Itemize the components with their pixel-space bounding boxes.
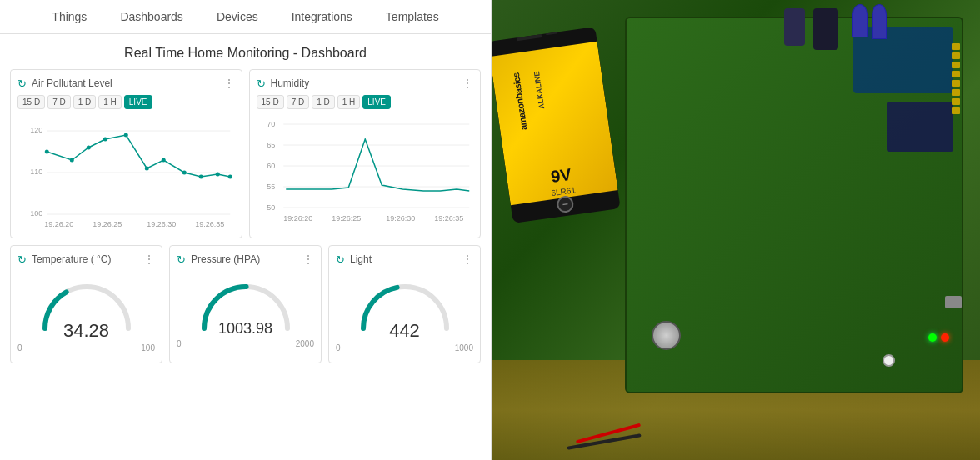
light-refresh-icon: ↻ <box>336 253 345 266</box>
air-pollutant-card: ↻ Air Pollutant Level ⋮ 15 D 7 D 1 D 1 H… <box>10 69 242 238</box>
hy-label-70: 70 <box>267 120 275 128</box>
pressure-title: Pressure (HPA) <box>191 253 260 265</box>
dp11 <box>228 175 232 179</box>
air-btn-7d[interactable]: 7 D <box>48 95 71 109</box>
top-nav: Things Dashboards Devices Integrations T… <box>0 0 491 34</box>
pressure-max: 2000 <box>296 339 314 348</box>
refresh-icon: ↻ <box>18 78 27 90</box>
temp-min: 0 <box>18 343 22 352</box>
light-max: 1000 <box>455 343 473 352</box>
pin-3 <box>952 62 960 68</box>
nav-dashboards[interactable]: Dashboards <box>117 8 187 25</box>
battery-label: amazonbasics ALKALINE 9V 6LR61 <box>492 41 618 205</box>
reset-button <box>882 354 895 367</box>
hy-label-50: 50 <box>267 203 275 212</box>
battery-brand-area: amazonbasics ALKALINE <box>499 49 590 62</box>
x-label-4: 19:26:35 <box>195 220 224 228</box>
cap-2 <box>872 4 887 39</box>
pin-5 <box>952 80 960 87</box>
nav-integrations[interactable]: Integrations <box>288 8 356 25</box>
humidity-title: Humidity <box>271 78 310 89</box>
gauges-row: ↻ Temperature ( °C) ⋮ 34.28 0 100 <box>0 245 491 363</box>
pressure-value: 1003.98 <box>218 320 272 338</box>
sensor-2 <box>784 8 805 46</box>
light-min: 0 <box>336 343 341 352</box>
air-btn-1h[interactable]: 1 H <box>98 95 122 109</box>
led-red <box>941 333 949 342</box>
nav-templates[interactable]: Templates <box>382 8 442 25</box>
pressure-refresh-icon: ↻ <box>177 253 186 266</box>
dp7 <box>162 158 166 162</box>
hy-label-65: 65 <box>267 141 275 149</box>
pin-2 <box>952 52 960 59</box>
pin-6 <box>952 89 960 96</box>
hum-btn-live[interactable]: LIVE <box>362 95 391 109</box>
dp9 <box>199 175 203 179</box>
temperature-value: 34.28 <box>63 320 109 342</box>
dp6 <box>145 167 149 171</box>
pressure-range: 0 2000 <box>177 339 314 348</box>
battery-minus-sign: − <box>562 198 569 211</box>
coin-cell <box>652 321 681 350</box>
humidity-menu[interactable]: ⋮ <box>462 77 473 90</box>
y-label-110: 110 <box>30 168 42 176</box>
light-gauge: 442 0 1000 <box>336 271 473 356</box>
battery-bottom-terminal: − <box>556 195 575 214</box>
led-green <box>928 333 937 342</box>
dp2 <box>70 158 74 162</box>
pin-4 <box>952 71 960 78</box>
x-label-1: 19:26:20 <box>44 220 73 228</box>
humidity-time-filters: 15 D 7 D 1 D 1 H LIVE <box>257 95 474 109</box>
pin-7 <box>952 98 960 105</box>
humidity-svg: 70 65 60 55 50 19:26:20 19:26:25 <box>257 114 474 231</box>
usb-port <box>945 296 962 308</box>
circuit-board <box>625 17 963 393</box>
y-label-120: 120 <box>30 126 42 134</box>
temperature-card: ↻ Temperature ( °C) ⋮ 34.28 0 100 <box>10 245 162 363</box>
humidity-card: ↻ Humidity ⋮ 15 D 7 D 1 D 1 H LIVE 70 65… <box>249 69 482 238</box>
hx-label-2: 19:26:25 <box>332 214 361 222</box>
hum-btn-1d[interactable]: 1 D <box>312 95 335 109</box>
hy-label-55: 55 <box>267 182 275 191</box>
pin-headers <box>952 43 962 143</box>
hx-label-3: 19:26:30 <box>386 214 415 222</box>
pressure-gauge: 1003.98 0 2000 <box>177 271 314 352</box>
light-menu[interactable]: ⋮ <box>462 252 473 266</box>
nav-things[interactable]: Things <box>48 8 90 25</box>
pressure-menu[interactable]: ⋮ <box>302 252 314 266</box>
pin-8 <box>952 108 960 114</box>
air-pollutant-title: Air Pollutant Level <box>32 78 112 89</box>
light-value: 442 <box>389 320 420 342</box>
hum-btn-15d[interactable]: 15 D <box>257 95 284 109</box>
battery-terminal-pos <box>516 28 542 41</box>
air-btn-live[interactable]: LIVE <box>124 95 152 109</box>
air-pollutant-chart: 120 110 100 <box>18 114 235 231</box>
temp-max: 100 <box>141 343 155 352</box>
light-header: ↻ Light ⋮ <box>336 252 473 266</box>
pin-1 <box>952 43 960 50</box>
nav-devices[interactable]: Devices <box>213 8 262 25</box>
hum-btn-1h[interactable]: 1 H <box>338 95 361 109</box>
battery-terminal-neg <box>545 28 558 35</box>
page-title: Real Time Home Monitoring - Dashboard <box>0 34 491 69</box>
temperature-menu[interactable]: ⋮ <box>143 252 155 266</box>
x-label-3: 19:26:30 <box>147 220 176 228</box>
humidity-header: ↻ Humidity ⋮ <box>257 77 474 90</box>
hum-btn-7d[interactable]: 7 D <box>287 95 310 109</box>
charts-row: ↻ Air Pollutant Level ⋮ 15 D 7 D 1 D 1 H… <box>0 69 491 238</box>
dp5 <box>124 133 128 138</box>
air-btn-15d[interactable]: 15 D <box>18 95 45 109</box>
hy-label-60: 60 <box>267 162 275 170</box>
chip-1 <box>853 27 953 93</box>
temperature-gauge: 34.28 0 100 <box>18 271 155 356</box>
air-pollutant-menu[interactable]: ⋮ <box>223 77 235 90</box>
air-pollutant-svg: 120 110 100 <box>18 114 235 231</box>
air-btn-1d[interactable]: 1 D <box>73 95 97 109</box>
temperature-header: ↻ Temperature ( °C) ⋮ <box>18 252 155 266</box>
dp10 <box>216 172 220 177</box>
hx-label-4: 19:26:35 <box>434 214 463 222</box>
cap-1 <box>852 4 868 38</box>
dp8 <box>182 171 187 175</box>
hx-label-1: 19:26:20 <box>283 214 312 222</box>
y-label-100: 100 <box>30 209 42 218</box>
